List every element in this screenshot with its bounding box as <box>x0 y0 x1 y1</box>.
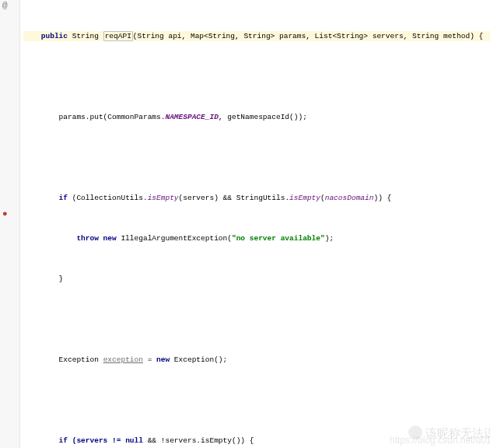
gutter: @ ● <box>0 0 20 448</box>
override-marker-icon[interactable]: @ <box>2 1 8 10</box>
breakpoint-icon[interactable]: ● <box>2 209 8 219</box>
if-empty-check: if (CollectionUtils.isEmpty(servers) && … <box>23 193 490 203</box>
method-name: reqAPI <box>103 31 133 41</box>
throw-noserver: throw new IllegalArgumentException("no s… <box>23 233 490 243</box>
code-area[interactable]: public String reqAPI(String api, Map<Str… <box>20 0 490 448</box>
exception-decl: Exception exception = new Exception(); <box>23 355 490 365</box>
if-servers-not-null: if (servers != null && !servers.isEmpty(… <box>23 436 490 446</box>
editor-root: @ ● public String reqAPI(String api, Map… <box>0 0 490 448</box>
method-signature: public String reqAPI(String api, Map<Str… <box>23 31 490 41</box>
params-put: params.put(CommonParams.NAMESPACE_ID, ge… <box>23 112 490 122</box>
